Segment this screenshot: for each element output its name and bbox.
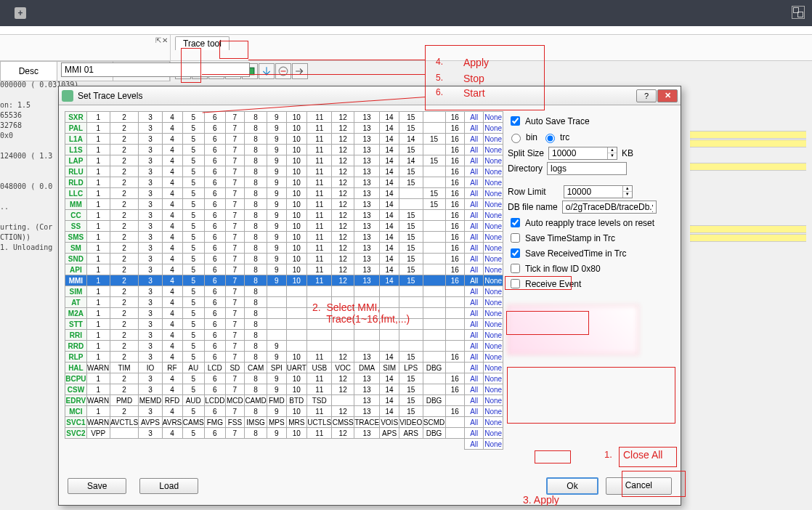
trace-tool-tab[interactable]: Trace tool <box>175 36 230 50</box>
all-button[interactable]: All <box>464 297 483 308</box>
db-file-input[interactable] <box>562 201 657 214</box>
all-button[interactable]: All <box>464 243 483 254</box>
level-row-l1a[interactable]: L1A1234567891011121314141516AllNone <box>65 134 503 145</box>
none-button[interactable]: None <box>484 145 503 155</box>
level-row-svc1[interactable]: SVC1WARNAVCTLSAVPSAVRSCAMSFMGFSSIMSGMPSM… <box>65 417 503 428</box>
toolbar-btn-8[interactable] <box>292 63 308 79</box>
none-button[interactable]: None <box>484 210 503 221</box>
all-button[interactable]: All <box>464 232 483 243</box>
none-button[interactable]: None <box>484 221 503 232</box>
level-row-edrv[interactable]: EDRVWARNPMDMEMDRFDAUDLCDDMCDCAMDFMDBTDTS… <box>65 395 503 406</box>
all-button[interactable]: All <box>464 352 483 363</box>
level-row-hal[interactable]: HALWARNTIMIORFAULCDSDCAMSPIUARTUSBVOCDMA… <box>65 363 503 373</box>
none-button[interactable]: None <box>484 264 503 275</box>
levels-grid[interactable]: SXR12345678910111213141516AllNonePAL1234… <box>65 111 503 471</box>
level-row-stt[interactable]: STT12345678AllNone <box>65 319 503 330</box>
none-button[interactable]: None <box>484 384 503 395</box>
level-row-rri[interactable]: RRI12345678AllNone <box>65 330 503 341</box>
help-button[interactable]: ? <box>636 89 657 102</box>
none-button[interactable]: None <box>484 417 503 428</box>
level-row-mci[interactable]: MCI12345678910111213141516AllNone <box>65 406 503 417</box>
all-button[interactable]: All <box>464 177 483 188</box>
none-button[interactable]: None <box>484 155 503 166</box>
all-button[interactable]: All <box>464 188 483 199</box>
pin-close-icons[interactable]: ⇱ ✕ <box>155 36 167 44</box>
all-button[interactable]: All <box>464 308 483 319</box>
none-button[interactable]: None <box>484 199 503 210</box>
none-button[interactable]: None <box>484 254 503 264</box>
level-row-csw[interactable]: CSW12345678910111213141516AllNone <box>65 384 503 395</box>
tick-flow-check[interactable]: Tick in flow ID 0x80 <box>508 262 675 275</box>
none-button[interactable]: None <box>484 297 503 308</box>
level-row-sm[interactable]: SM12345678910111213141516AllNone <box>65 243 503 254</box>
dialog-titlebar[interactable]: Set Trace Levels ? ✕ <box>59 86 681 105</box>
all-button[interactable]: All <box>464 417 483 428</box>
none-button[interactable]: None <box>484 319 503 330</box>
all-button[interactable]: All <box>464 254 483 264</box>
all-button[interactable]: All <box>464 112 483 123</box>
all-button[interactable]: All <box>464 145 483 155</box>
all-button[interactable]: All <box>464 275 483 286</box>
toolbar-btn-6[interactable] <box>259 63 275 79</box>
level-row-l1s[interactable]: L1S12345678910111213141516AllNone <box>65 145 503 155</box>
level-row-cc[interactable]: CC12345678910111213141516AllNone <box>65 210 503 221</box>
level-row-sim[interactable]: SIM12345678AllNone <box>65 286 503 297</box>
expand-icon[interactable] <box>792 6 805 19</box>
level-row-bcpu[interactable]: BCPU12345678910111213141516AllNone <box>65 373 503 384</box>
all-button[interactable]: All <box>464 210 483 221</box>
all-button[interactable]: All <box>464 286 483 297</box>
mmi-input[interactable] <box>61 62 250 77</box>
all-button[interactable]: All <box>464 395 483 406</box>
none-button[interactable]: None <box>484 177 503 188</box>
level-row-sxr[interactable]: SXR12345678910111213141516AllNone <box>65 112 503 123</box>
all-button[interactable]: All <box>464 134 483 145</box>
all-button[interactable]: All <box>464 428 483 439</box>
none-button[interactable]: None <box>484 275 503 286</box>
none-button[interactable]: None <box>484 363 503 373</box>
none-button[interactable]: None <box>484 112 503 123</box>
tab-desc[interactable]: Desc <box>0 61 57 81</box>
level-row-lap[interactable]: LAP1234567891011121314141516AllNone <box>65 155 503 166</box>
close-button[interactable]: ✕ <box>657 89 678 102</box>
none-button[interactable]: None <box>484 134 503 145</box>
split-size-input[interactable]: ▲▼ <box>548 147 617 160</box>
none-button[interactable]: None <box>484 373 503 384</box>
save-rt-check[interactable]: Save ReceivedTime in Trc <box>508 246 675 260</box>
none-button[interactable]: None <box>484 232 503 243</box>
all-master[interactable]: All <box>464 439 483 450</box>
level-row-rlu[interactable]: RLU12345678910111213141516AllNone <box>65 166 503 177</box>
none-button[interactable]: None <box>484 308 503 319</box>
all-button[interactable]: All <box>464 155 483 166</box>
all-button[interactable]: All <box>464 221 483 232</box>
level-row-api[interactable]: API12345678910111213141516AllNone <box>65 264 503 275</box>
level-row-at[interactable]: AT12345678AllNone <box>65 297 503 308</box>
level-row-pal[interactable]: PAL12345678910111213141516AllNone <box>65 123 503 134</box>
save-ts-check[interactable]: Save TimeStamp in Trc <box>508 231 675 245</box>
level-row-ss[interactable]: SS12345678910111213141516AllNone <box>65 221 503 232</box>
level-row-sms[interactable]: SMS12345678910111213141516AllNone <box>65 232 503 243</box>
all-button[interactable]: All <box>464 384 483 395</box>
none-button[interactable]: None <box>484 406 503 417</box>
all-button[interactable]: All <box>464 406 483 417</box>
all-button[interactable]: All <box>464 373 483 384</box>
auto-reapply-check[interactable]: Auto reapply trace levels on reset <box>508 216 675 230</box>
none-button[interactable]: None <box>484 352 503 363</box>
none-button[interactable]: None <box>484 243 503 254</box>
level-row-mm[interactable]: MM12345678910111213141516AllNone <box>65 199 503 210</box>
receive-event-check[interactable]: Receive Event <box>508 277 675 291</box>
auto-save-check[interactable]: Auto Save Trace <box>508 114 675 128</box>
none-button[interactable]: None <box>484 341 503 352</box>
none-button[interactable]: None <box>484 123 503 134</box>
none-button[interactable]: None <box>484 166 503 177</box>
all-button[interactable]: All <box>464 264 483 275</box>
all-button[interactable]: All <box>464 330 483 341</box>
level-row-llc[interactable]: LLC12345678910111213141516AllNone <box>65 188 503 199</box>
new-tab-icon[interactable]: + <box>15 7 26 19</box>
none-button[interactable]: None <box>484 330 503 341</box>
format-radios[interactable]: bin trc <box>508 130 675 145</box>
ok-button[interactable]: Ok <box>546 477 598 495</box>
row-limit-input[interactable]: ▲▼ <box>564 185 633 198</box>
level-row-svc2[interactable]: SVC2VPP345678910111213APSARSDBGAllNone <box>65 428 503 439</box>
all-button[interactable]: All <box>464 363 483 373</box>
all-button[interactable]: All <box>464 319 483 330</box>
